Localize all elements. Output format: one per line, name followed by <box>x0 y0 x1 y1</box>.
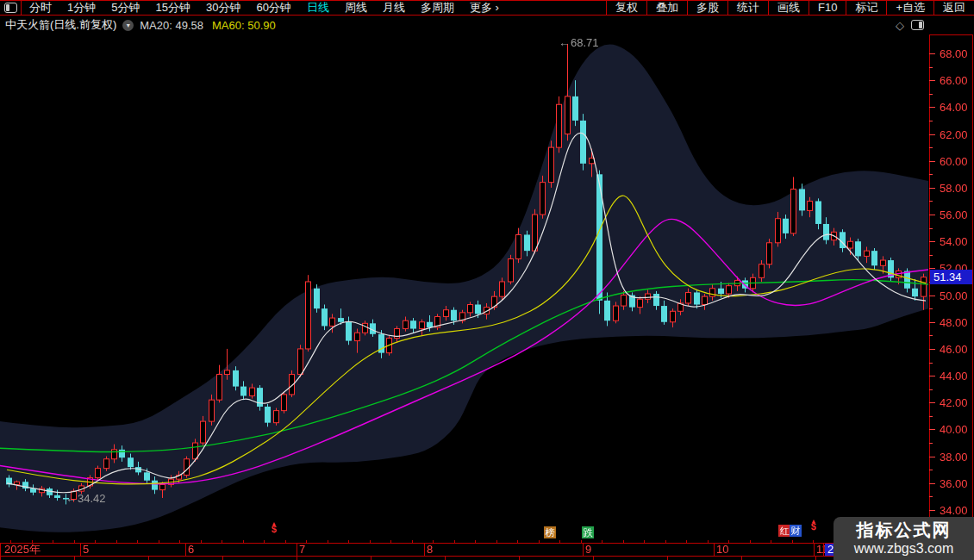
chart-header: 中天火箭(日线.前复权) ▾ MA20: 49.58 MA60: 50.90 ◇ <box>0 16 974 34</box>
high-price-annotation: ←68.71 <box>559 36 599 49</box>
diamond-icon[interactable]: ◇ <box>896 19 904 32</box>
f10-button[interactable]: F10 <box>809 1 846 15</box>
add-watchlist-button[interactable]: +自选 <box>886 1 933 15</box>
arrow-left-icon: ← <box>66 492 77 505</box>
layout-toggle-button[interactable] <box>0 1 22 15</box>
arrow-left-icon: ← <box>559 36 570 49</box>
stock-title: 中天火箭(日线.前复权) <box>5 17 116 33</box>
watermark-title: 指标公式网 <box>857 520 952 540</box>
overlay-button[interactable]: 叠加 <box>646 1 687 15</box>
ma20-legend: MA20: 49.58 <box>140 19 203 32</box>
last-price-badge: 51.34 <box>930 270 972 284</box>
tab-1min[interactable]: 1分钟 <box>59 1 103 15</box>
panel-toggle-icon[interactable] <box>911 20 924 30</box>
tdx-chart-window: 分时 1分钟 5分钟 15分钟 30分钟 60分钟 日线 周线 月线 多周期 更… <box>0 0 974 560</box>
statistics-button[interactable]: 统计 <box>727 1 768 15</box>
mark-button[interactable]: 标记 <box>846 1 886 15</box>
draw-line-button[interactable]: 画线 <box>768 1 809 15</box>
dividend-dollar-icon[interactable]: ▴$ <box>809 518 819 530</box>
tab-5min[interactable]: 5分钟 <box>103 1 147 15</box>
watermark: 指标公式网 www.zbgs3.com <box>834 517 974 560</box>
low-price-annotation: ←34.42 <box>66 492 106 505</box>
tab-multi-period[interactable]: 多周期 <box>413 1 462 15</box>
tab-weekly[interactable]: 周线 <box>337 1 375 15</box>
watermark-url: www.zbgs3.com <box>854 540 954 557</box>
tab-monthly[interactable]: 月线 <box>375 1 413 15</box>
event-badge-dividend[interactable]: 红 <box>778 525 790 537</box>
dividend-dollar-icon[interactable]: ▴$ <box>269 520 279 532</box>
candlestick-chart-canvas[interactable] <box>0 0 974 560</box>
subheader-icons: ◇ <box>896 19 924 32</box>
toolbar-right: 复权 叠加 多股 统计 画线 F10 标记 +自选 返回 <box>606 1 974 15</box>
ma60-legend: MA60: 50.90 <box>212 19 276 32</box>
tab-60min[interactable]: 60分钟 <box>248 1 298 15</box>
multi-stock-button[interactable]: 多股 <box>687 1 727 15</box>
tab-fenshi[interactable]: 分时 <box>22 1 59 15</box>
adjust-price-button[interactable]: 复权 <box>606 1 646 15</box>
tab-15min[interactable]: 15分钟 <box>147 1 197 15</box>
event-badge-financial[interactable]: 财 <box>790 525 802 537</box>
tab-30min[interactable]: 30分钟 <box>198 1 248 15</box>
tab-more[interactable]: 更多 › <box>462 1 507 15</box>
event-badge-drop[interactable]: 跌 <box>582 526 594 538</box>
event-badge-rank[interactable]: 榜 <box>544 526 556 538</box>
tab-daily[interactable]: 日线 <box>299 1 337 15</box>
period-menubar: 分时 1分钟 5分钟 15分钟 30分钟 60分钟 日线 周线 月线 多周期 更… <box>0 0 974 16</box>
chevron-down-icon[interactable]: ▾ <box>122 20 134 31</box>
split-panel-icon <box>4 3 17 13</box>
back-button[interactable]: 返回 <box>933 1 974 15</box>
